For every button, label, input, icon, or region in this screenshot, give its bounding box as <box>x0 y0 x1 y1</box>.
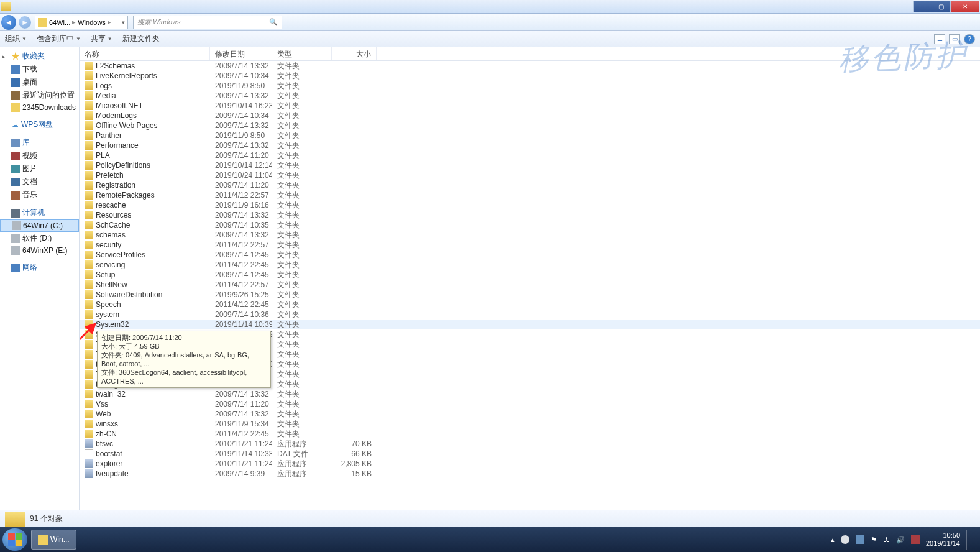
network-icon[interactable]: 🖧 <box>883 536 890 543</box>
preview-button[interactable]: ▭ <box>949 34 960 44</box>
file-row[interactable]: servicing2011/4/12 22:45文件夹 <box>80 260 980 270</box>
nav-drive-c[interactable]: 64Win7 (C:) <box>0 219 79 232</box>
file-row[interactable]: schemas2009/7/14 13:32文件夹 <box>80 230 980 240</box>
forward-button[interactable]: ► <box>19 16 31 29</box>
search-input[interactable]: 搜索 Windows 🔍 <box>133 16 282 29</box>
file-row[interactable]: explorer2010/11/21 11:24应用程序2,805 KB <box>80 459 980 469</box>
column-type[interactable]: 类型 <box>272 47 332 60</box>
wps-group[interactable]: ☁WPS网盘 <box>0 118 79 131</box>
file-row[interactable]: Panther2019/11/9 8:50文件夹 <box>80 131 980 140</box>
nav-pictures[interactable]: 图片 <box>0 162 79 175</box>
include-menu[interactable]: 包含到库中▼ <box>37 34 81 44</box>
file-row[interactable]: bootstat2019/11/14 10:33DAT 文件66 KB <box>80 449 980 459</box>
file-name: LiveKernelReports <box>96 71 157 80</box>
file-type: 应用程序 <box>272 459 332 469</box>
show-desktop-button[interactable] <box>966 530 973 550</box>
nav-drive-e[interactable]: 64WinXP (E:) <box>0 245 79 256</box>
tray-icon[interactable] <box>841 535 849 544</box>
file-row[interactable]: Vss2009/7/14 11:20文件夹 <box>80 399 980 409</box>
taskbar-item-explorer[interactable]: Win... <box>31 530 76 550</box>
search-icon[interactable]: 🔍 <box>269 18 278 26</box>
breadcrumb-folder[interactable]: Windows <box>78 19 106 26</box>
nav-2345downloads[interactable]: 2345Downloads <box>0 102 79 113</box>
file-row[interactable]: Speech2011/4/12 22:45文件夹 <box>80 300 980 310</box>
folder-icon <box>85 191 93 200</box>
favorites-group[interactable]: ▸收藏夹 <box>0 50 79 63</box>
file-type: 文件夹 <box>272 200 332 211</box>
tray-icon[interactable] <box>911 535 920 544</box>
nav-documents[interactable]: 文档 <box>0 175 79 188</box>
organize-menu[interactable]: 组织▼ <box>5 34 27 44</box>
share-menu[interactable]: 共享▼ <box>91 34 112 44</box>
back-button[interactable]: ◄ <box>1 15 16 30</box>
file-row[interactable]: RemotePackages2011/4/12 22:57文件夹 <box>80 190 980 200</box>
file-row[interactable]: Media2009/7/14 13:32文件夹 <box>80 91 980 101</box>
folder-icon <box>5 512 25 527</box>
file-row[interactable]: Setup2009/7/14 12:45文件夹 <box>80 270 980 280</box>
file-row[interactable]: winsxs2019/11/9 15:34文件夹 <box>80 419 980 429</box>
nav-recent[interactable]: 最近访问的位置 <box>0 89 79 102</box>
file-type: 文件夹 <box>272 71 332 81</box>
folder-icon <box>85 131 93 140</box>
action-center-icon[interactable]: ⚑ <box>871 536 877 544</box>
taskbar-clock[interactable]: 10:50 2019/11/14 <box>926 531 960 548</box>
file-row[interactable]: zh-CN2011/4/12 22:45文件夹 <box>80 429 980 439</box>
file-name: SoftwareDistribution <box>96 290 162 299</box>
network-group[interactable]: 网络 <box>0 261 79 274</box>
file-row[interactable]: Performance2009/7/14 13:32文件夹 <box>80 140 980 150</box>
file-row[interactable]: Logs2019/11/9 8:50文件夹 <box>80 81 980 91</box>
start-button[interactable] <box>2 528 27 551</box>
breadcrumb-dropdown-icon[interactable]: ▾ <box>122 19 125 25</box>
file-name: PLA <box>96 151 110 160</box>
minimize-button[interactable]: — <box>913 1 932 12</box>
file-name: servicing <box>96 260 125 269</box>
file-row[interactable]: PLA2009/7/14 11:20文件夹 <box>80 150 980 160</box>
file-row[interactable]: ModemLogs2009/7/14 10:34文件夹 <box>80 111 980 121</box>
file-row[interactable]: Registration2009/7/14 11:20文件夹 <box>80 180 980 190</box>
nav-music[interactable]: 音乐 <box>0 188 79 201</box>
file-row[interactable]: Offline Web Pages2009/7/14 13:32文件夹 <box>80 121 980 131</box>
breadcrumb-drive[interactable]: 64Wi... <box>49 19 70 26</box>
file-row[interactable]: ShellNew2011/4/12 22:57文件夹 <box>80 280 980 290</box>
tray-icon[interactable] <box>856 535 864 544</box>
file-row[interactable]: fveupdate2009/7/14 9:39应用程序15 KB <box>80 469 980 479</box>
column-name[interactable]: 名称 <box>80 47 210 60</box>
file-row[interactable]: Web2009/7/14 13:32文件夹 <box>80 409 980 419</box>
nav-drive-d[interactable]: 软件 (D:) <box>0 232 79 245</box>
new-folder-button[interactable]: 新建文件夹 <box>122 34 160 44</box>
nav-desktop[interactable]: 桌面 <box>0 76 79 89</box>
file-row[interactable]: twain_322009/7/14 13:32文件夹 <box>80 389 980 399</box>
column-date[interactable]: 修改日期 <box>210 47 272 60</box>
folder-icon <box>85 141 93 150</box>
file-row[interactable]: ServiceProfiles2009/7/14 12:45文件夹 <box>80 250 980 260</box>
close-button[interactable]: ✕ <box>950 1 979 12</box>
computer-group[interactable]: 计算机 <box>0 206 79 219</box>
column-size[interactable]: 大小 <box>332 47 377 60</box>
file-type: 文件夹 <box>272 419 332 430</box>
file-row[interactable]: security2011/4/12 22:57文件夹 <box>80 240 980 250</box>
help-button[interactable]: ? <box>964 34 975 44</box>
file-row[interactable]: System322019/11/14 10:39文件夹 <box>80 320 980 329</box>
nav-videos[interactable]: 视频 <box>0 149 79 162</box>
file-row[interactable]: system2009/7/14 10:36文件夹 <box>80 310 980 320</box>
file-row[interactable]: rescache2019/11/9 16:16文件夹 <box>80 200 980 210</box>
file-row[interactable]: LiveKernelReports2009/7/14 10:34文件夹 <box>80 71 980 81</box>
show-hidden-icon[interactable]: ▴ <box>831 536 835 544</box>
libraries-group[interactable]: 库 <box>0 136 79 149</box>
breadcrumb[interactable]: 64Wi... ▸ Windows ▸ ▾ <box>35 16 128 29</box>
nav-downloads[interactable]: 下载 <box>0 63 79 76</box>
view-button[interactable]: ☰ <box>934 34 945 44</box>
file-row[interactable]: SoftwareDistribution2019/9/26 15:25文件夹 <box>80 290 980 300</box>
folder-icon <box>85 400 93 408</box>
file-row[interactable]: PolicyDefinitions2019/10/14 12:14文件夹 <box>80 160 980 170</box>
file-row[interactable]: bfsvc2010/11/21 11:24应用程序70 KB <box>80 439 980 449</box>
file-list[interactable]: 名称 修改日期 类型 大小 L2Schemas2009/7/14 13:32文件… <box>80 47 980 510</box>
file-row[interactable]: Resources2009/7/14 13:32文件夹 <box>80 210 980 220</box>
volume-icon[interactable]: 🔊 <box>896 536 905 544</box>
file-row[interactable]: Prefetch2019/10/24 11:04文件夹 <box>80 170 980 180</box>
file-row[interactable]: L2Schemas2009/7/14 13:32文件夹 <box>80 61 980 71</box>
maximize-button[interactable]: ▢ <box>932 1 950 12</box>
file-row[interactable]: Microsoft.NET2019/10/14 16:23文件夹 <box>80 101 980 111</box>
file-row[interactable]: SchCache2009/7/14 10:35文件夹 <box>80 220 980 230</box>
file-name: PolicyDefinitions <box>96 161 150 170</box>
